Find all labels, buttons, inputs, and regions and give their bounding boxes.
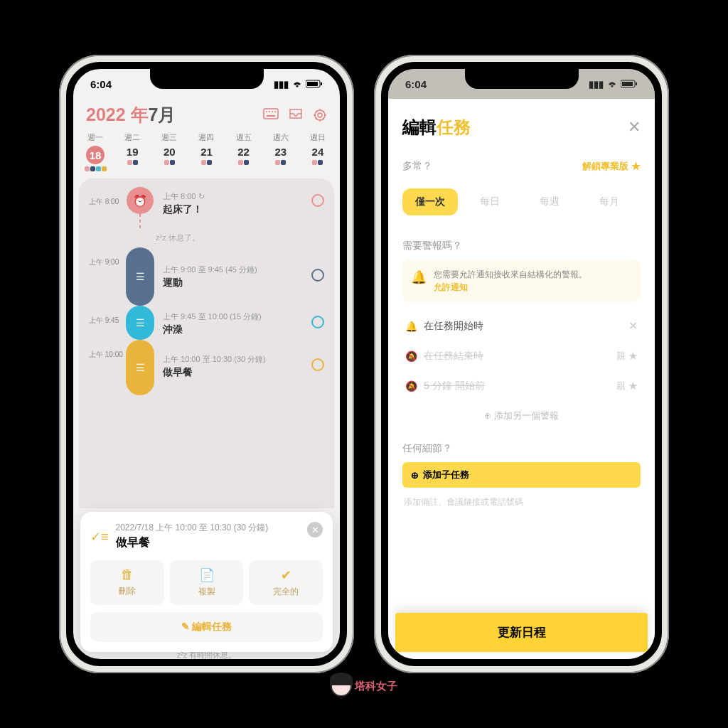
signal-icon: ▮▮▮: [589, 79, 604, 90]
alarm-end[interactable]: 🔕 在任務結束時 親 ★: [402, 341, 641, 371]
timeline[interactable]: 上午 8:00 ⏰ 上午 8:00 ↻起床了！ z²z 休息了。 上午 9:00…: [79, 178, 334, 508]
day-col-mon[interactable]: 週一 18: [77, 132, 113, 171]
close-icon[interactable]: ✕: [628, 118, 641, 136]
week-header: 週一 18 週二19 週三20 週四21 週五22 週六23 週日24: [73, 129, 340, 173]
bell-off-icon: 🔕: [405, 380, 424, 392]
screen-right: 6:04 ▮▮▮ 編輯任務 ✕ 多常？ 解鎖專業版 ★ 僅一次 每日 每週 每月…: [381, 62, 662, 666]
svg-rect-12: [622, 82, 633, 86]
wifi-icon: [291, 80, 303, 88]
day-col-fri[interactable]: 週五22: [226, 132, 262, 171]
alarm-label: 需要警報嗎？: [402, 240, 641, 252]
tab-once[interactable]: 僅一次: [402, 188, 458, 215]
remove-icon[interactable]: ✕: [628, 319, 638, 333]
svg-point-7: [274, 111, 276, 112]
unlock-pro-button[interactable]: 解鎖專業版 ★: [582, 160, 641, 173]
allow-notifications-banner[interactable]: 🔔 您需要允許通知接收來自結構化的警報。 允許通知: [402, 259, 641, 302]
svg-rect-1: [307, 82, 318, 86]
alarm-5min[interactable]: 🔕 5 分鐘 開始前 親 ★: [402, 371, 641, 401]
day-num[interactable]: 18: [86, 146, 105, 164]
bell-icon: 🔔: [405, 321, 424, 332]
banner-text: 您需要允許通知接收來自結構化的警報。: [434, 269, 587, 279]
tab-monthly[interactable]: 每月: [582, 188, 637, 215]
screen-left: 6:04 ▮▮▮ 2022 年7月: [66, 62, 347, 666]
battery-icon: [621, 80, 638, 88]
calendar-header: 2022 年7月: [73, 99, 340, 129]
alarm-start[interactable]: 🔔 在任務開始時 ✕: [402, 311, 641, 341]
svg-rect-2: [321, 82, 322, 85]
timeline-item-wake[interactable]: 上午 8:00 ⏰ 上午 8:00 ↻起床了！: [79, 187, 334, 228]
day-col-sun[interactable]: 週日24: [300, 132, 336, 171]
check-icon: ✔: [249, 567, 323, 583]
edit-task-sheet: 編輯任務 ✕ 多常？ 解鎖專業版 ★ 僅一次 每日 每週 每月 需要警報嗎？ 🔔…: [388, 103, 655, 659]
status-time: 6:04: [90, 78, 112, 90]
time-gutter: 上午 8:00: [89, 187, 124, 207]
checklist-icon: ✓≡: [90, 529, 109, 545]
svg-point-4: [266, 111, 267, 112]
brand-watermark: 塔科女子: [331, 675, 397, 697]
close-icon[interactable]: ✕: [307, 522, 323, 537]
plus-circle-icon: ⊕: [411, 470, 419, 481]
title-month: 7月: [149, 105, 176, 124]
svg-point-10: [318, 113, 322, 117]
status-icons: ▮▮▮: [589, 79, 638, 90]
phone-left: 6:04 ▮▮▮ 2022 年7月: [59, 55, 354, 673]
bell-icon: 🔔: [411, 269, 427, 285]
title-year: 2022 年: [86, 105, 149, 124]
svg-rect-3: [264, 109, 278, 119]
timeline-item-exercise[interactable]: 上午 9:00 ☰ 上午 9:00 至 9:45 (45 分鐘)運動: [79, 247, 334, 306]
rest-label: z²z 休息了。: [79, 228, 334, 247]
task-popup: ✓≡ 2022/7/18 上午 10:00 至 10:30 (30 分鐘) 做早…: [80, 512, 333, 652]
task-icon: ☰: [126, 306, 154, 340]
complete-button[interactable]: ✔完全的: [249, 560, 323, 605]
popup-meta: 2022/7/18 上午 10:00 至 10:30 (30 分鐘): [116, 522, 269, 534]
task-icon: ☰: [126, 247, 154, 306]
notes-field[interactable]: 添加備註、會議鏈接或電話號碼: [402, 493, 641, 515]
copy-button[interactable]: 📄複製: [170, 560, 244, 605]
day-col-tue[interactable]: 週二19: [114, 132, 150, 171]
alarm-clock-icon: ⏰: [127, 187, 154, 214]
complete-ring[interactable]: [311, 358, 324, 371]
add-alarm-button[interactable]: ⊕ 添加另一個警報: [402, 401, 641, 435]
complete-ring[interactable]: [311, 194, 324, 207]
delete-button[interactable]: 🗑刪除: [90, 560, 164, 605]
timeline-item-breakfast[interactable]: 上午 10:00 ☰ 上午 10:00 至 10:30 (30 分鐘)做早餐: [79, 340, 334, 395]
sheet-title: 編輯任務: [402, 116, 471, 139]
tab-weekly[interactable]: 每週: [522, 188, 577, 215]
popup-title: 做早餐: [116, 535, 269, 550]
pro-badge: 親 ★: [616, 350, 638, 363]
frequency-label: 多常？: [402, 160, 432, 173]
svg-rect-13: [636, 82, 637, 85]
complete-ring[interactable]: [311, 316, 324, 328]
complete-ring[interactable]: [311, 269, 324, 282]
page-title: 2022 年7月: [86, 103, 176, 127]
gear-icon[interactable]: [313, 108, 327, 122]
frequency-tabs: 僅一次 每日 每週 每月: [402, 188, 641, 215]
svg-point-5: [269, 111, 270, 112]
timeline-item-shower[interactable]: 上午 9:45 ☰ 上午 9:45 至 10:00 (15 分鐘)沖澡: [79, 306, 334, 340]
battery-icon: [306, 80, 323, 88]
allow-link[interactable]: 允許通知: [434, 282, 468, 292]
bell-off-icon: 🔕: [405, 350, 424, 362]
inbox-icon[interactable]: [289, 108, 303, 122]
tab-daily[interactable]: 每日: [462, 188, 518, 215]
task-icon: ☰: [126, 340, 154, 395]
status-icons: ▮▮▮: [274, 79, 323, 90]
notch: [150, 69, 264, 89]
avatar-icon: [331, 675, 352, 697]
day-col-sat[interactable]: 週六23: [263, 132, 299, 171]
svg-point-6: [272, 111, 273, 112]
keyboard-icon[interactable]: [263, 108, 279, 122]
pro-badge: 親 ★: [616, 380, 638, 392]
day-col-wed[interactable]: 週三20: [151, 132, 187, 171]
add-subtask-button[interactable]: ⊕ 添加子任務: [402, 462, 641, 488]
day-col-thu[interactable]: 週四21: [188, 132, 224, 171]
edit-task-button[interactable]: ✎ 編輯任務: [90, 612, 323, 642]
copy-icon: 📄: [170, 567, 244, 583]
phone-right: 6:04 ▮▮▮ 編輯任務 ✕ 多常？ 解鎖專業版 ★ 僅一次 每日 每週 每月…: [374, 55, 669, 673]
status-time: 6:04: [405, 78, 427, 90]
wifi-icon: [606, 80, 618, 88]
trash-icon: 🗑: [90, 567, 164, 582]
details-label: 任何細節？: [402, 442, 641, 455]
update-schedule-button[interactable]: 更新日程: [395, 613, 648, 652]
svg-rect-8: [267, 115, 275, 117]
